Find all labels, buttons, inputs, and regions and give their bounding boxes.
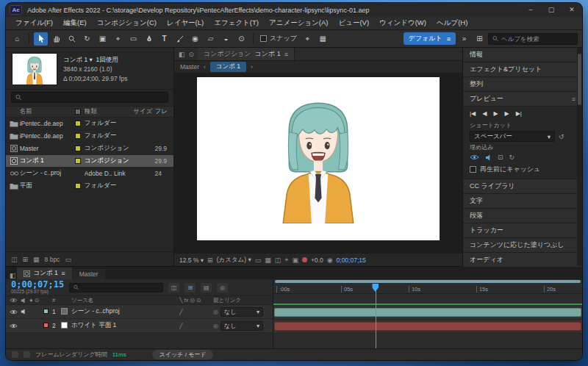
region-of-interest-icon[interactable]: ▭ — [255, 256, 262, 264]
switches-modes-button[interactable]: スイッチ / モード — [152, 350, 214, 359]
lock-icon[interactable]: ⊙ — [189, 51, 195, 58]
reset-icon[interactable]: ↺ — [559, 133, 564, 140]
transparency-grid-icon[interactable]: ▦ — [265, 256, 271, 264]
interpret-footage-icon[interactable]: ◫ — [11, 256, 18, 263]
source-name-column[interactable]: ソース名 — [71, 297, 179, 304]
track-row-1[interactable] — [273, 306, 582, 320]
parent-select[interactable]: なし▾ — [220, 321, 263, 331]
pan-behind-tool-icon[interactable]: ⌖ — [111, 32, 125, 46]
layer-label-swatch[interactable] — [43, 309, 49, 314]
shortcut-select[interactable]: スペースバー▾ — [470, 131, 555, 142]
trash-icon[interactable]: ▭ — [65, 256, 71, 263]
composition-tab[interactable]: コンポジション コンポ 1 ≡ — [198, 48, 295, 60]
preview-usage[interactable]: 1回使用 — [96, 56, 118, 63]
minimize-button[interactable]: – — [520, 3, 541, 17]
project-row[interactable]: 平面 フォルダー — [6, 180, 173, 193]
label-swatch[interactable] — [75, 183, 81, 189]
menu-file[interactable]: ファイル(F) — [10, 18, 58, 28]
project-search-input[interactable] — [24, 94, 164, 101]
layer-switches[interactable]: ╱ — [179, 323, 213, 329]
pickwhip-icon[interactable]: ◎ — [213, 309, 218, 315]
draft-3d-icon[interactable]: ⊞ — [184, 283, 196, 293]
panel-tab-tracker[interactable]: トラッカー — [463, 223, 582, 238]
menu-effect[interactable]: エフェクト(T) — [209, 18, 264, 28]
project-row[interactable]: Master コンポジション 29.9 — [6, 143, 173, 155]
orbit-tool-icon[interactable]: ↻ — [80, 32, 94, 46]
cache-checkbox[interactable] — [470, 166, 476, 173]
eye-icon[interactable] — [10, 323, 18, 329]
menu-window[interactable]: ウィンドウ(W) — [374, 18, 431, 28]
brush-tool-icon[interactable] — [173, 32, 187, 46]
exposure-icon[interactable] — [302, 257, 307, 262]
home-icon[interactable]: ⌂ — [10, 32, 24, 46]
snapshot-camera-icon[interactable]: ◉ — [327, 256, 333, 264]
layer-duration-bar[interactable] — [274, 322, 581, 331]
workspace-overflow-button[interactable]: » — [457, 32, 471, 46]
panel-tab-audio[interactable]: オーディオ — [463, 253, 582, 268]
panel-tab-preview[interactable]: プレビュー ≡ — [463, 92, 582, 107]
pixel-aspect-icon[interactable]: ▣ — [292, 256, 298, 264]
clone-stamp-tool-icon[interactable]: ◉ — [188, 32, 202, 46]
view-layout-icon[interactable]: ⌖ — [284, 256, 288, 264]
label-swatch[interactable] — [75, 121, 81, 126]
previous-frame-button[interactable]: ◀ — [482, 110, 487, 117]
zoom-tool-icon[interactable] — [65, 32, 79, 46]
maximize-button[interactable]: ▢ — [541, 3, 562, 17]
overlays-include-icon[interactable]: ⊡ — [498, 154, 503, 161]
col-frame[interactable]: フレ — [155, 107, 171, 116]
menu-composition[interactable]: コンポジション(C) — [92, 18, 162, 28]
grid-option-icon[interactable]: ▦ — [316, 32, 330, 46]
timeline-tab-comp1[interactable]: コンポ 1 ≡ — [17, 268, 72, 279]
parent-select[interactable]: なし▾ — [220, 307, 263, 317]
layer-switches[interactable]: ╱ — [179, 309, 213, 315]
resolution-select[interactable]: (カスタム) ▾ — [217, 256, 251, 265]
panel-menu-icon[interactable]: ≡ — [62, 270, 65, 277]
render-status-icon[interactable] — [12, 351, 18, 358]
col-size[interactable]: サイズ — [133, 107, 154, 116]
layer-source-name[interactable]: ホワイト 平面 1 — [71, 321, 179, 330]
shape-tool-icon[interactable]: ▭ — [126, 32, 140, 46]
label-swatch[interactable] — [75, 133, 81, 139]
snap-option-icon[interactable]: ⌖ — [301, 32, 315, 46]
time-navigator-bar[interactable] — [275, 280, 581, 283]
camera-tool-icon[interactable]: ▣ — [96, 32, 110, 46]
help-search-input[interactable] — [501, 35, 573, 43]
video-include-icon[interactable] — [470, 154, 479, 160]
breadcrumb-master[interactable]: Master — [180, 63, 199, 71]
label-swatch[interactable] — [75, 158, 81, 164]
timeline-tab-master[interactable]: Master — [73, 269, 105, 279]
parent-link-column[interactable]: 親とリンク — [213, 297, 269, 304]
play-button[interactable]: ▶ — [493, 110, 498, 117]
breadcrumb-forward-icon[interactable]: › — [251, 63, 253, 71]
pen-tool-icon[interactable] — [142, 32, 156, 46]
panel-tab-character[interactable]: 文字 — [463, 194, 582, 209]
hand-tool-icon[interactable] — [49, 32, 63, 46]
panel-tab-info[interactable]: 情報 — [463, 48, 582, 62]
layer-source-name[interactable]: シーン - c..chproj — [71, 307, 179, 316]
snap-checkbox[interactable] — [260, 35, 267, 42]
label-swatch[interactable] — [75, 146, 81, 151]
loop-icon[interactable]: ↻ — [509, 154, 515, 161]
layer-row-1[interactable]: 1 シーン - c..chproj ╱ ◎ なし▾ — [6, 305, 273, 319]
menu-edit[interactable]: 編集(E) — [58, 18, 92, 28]
col-label-icon[interactable] — [75, 109, 81, 115]
gpu-status-icon[interactable] — [24, 351, 30, 358]
layer-row-2[interactable]: 2 ホワイト 平面 1 ╱ ◎ なし▾ — [6, 319, 273, 333]
audio-include-icon[interactable] — [485, 154, 492, 161]
project-row-selected[interactable]: コンポ 1 コンポジション 29.9 — [6, 155, 173, 168]
timeline-track-area[interactable]: :00s 05s 10s 15s 20s — [273, 279, 582, 348]
eraser-tool-icon[interactable]: ▱ — [204, 32, 218, 46]
panel-tab-align[interactable]: 整列 — [463, 77, 582, 92]
grid-guides-icon[interactable]: ⊞ — [207, 256, 213, 264]
panel-tab-effects-presets[interactable]: エフェクト&プリセット — [463, 62, 582, 77]
composition-canvas[interactable] — [197, 77, 440, 240]
switches-column[interactable]: ╲ fx ◎ ⊙ — [179, 297, 213, 304]
timeline-search-input[interactable] — [82, 284, 159, 291]
motion-blur-icon[interactable]: ◎ — [217, 283, 228, 293]
col-name[interactable]: 名前 — [20, 107, 74, 116]
menu-layer[interactable]: レイヤー(L) — [162, 18, 209, 28]
next-frame-button[interactable]: ▶ — [505, 110, 509, 117]
layer-label-swatch[interactable] — [43, 323, 49, 328]
menu-animation[interactable]: アニメーション(A) — [264, 18, 334, 28]
track-row-2[interactable] — [273, 320, 582, 334]
